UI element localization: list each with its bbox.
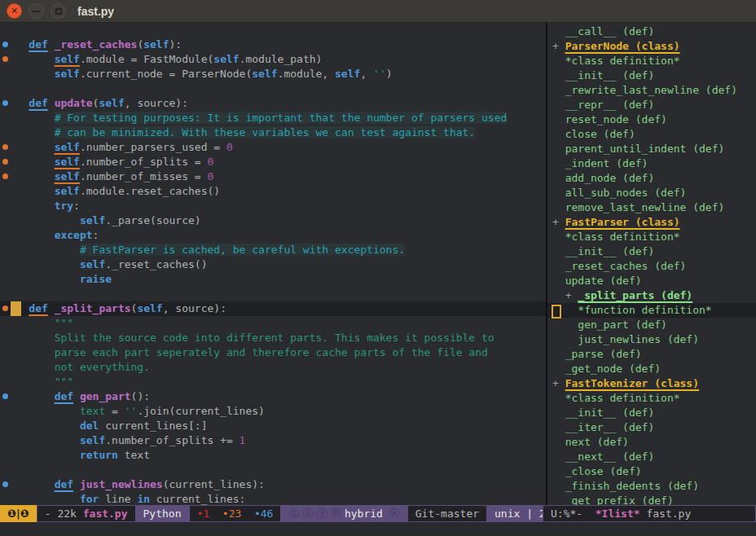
code-line-current[interactable]: def _split_parts(self, source): — [0, 301, 546, 316]
outline-item[interactable]: + FastParser (class) — [547, 215, 756, 230]
text-token: - 22k — [45, 507, 83, 520]
text-token: unix | 2 — [494, 507, 543, 520]
outline-item[interactable]: __iter__ (def) — [547, 420, 756, 435]
text-token: current_lines: — [150, 493, 245, 505]
minimize-icon — [33, 11, 40, 12]
outline-item[interactable]: *class definition* — [547, 230, 756, 244]
minor-modes-segment[interactable]: ⓢ ⓐ ⓨ ⓟ hybrid Ⓚ — [281, 505, 407, 522]
text-token — [3, 332, 55, 344]
minimize-button[interactable] — [29, 3, 44, 19]
code-line[interactable]: self._reset_caches() — [0, 257, 546, 272]
git-branch-segment[interactable]: Git-master — [407, 505, 487, 522]
outline-item[interactable]: just_newlines (def) — [547, 332, 756, 347]
text-token: _indent (def) — [552, 157, 648, 169]
outline-item[interactable]: _close (def) — [547, 464, 756, 479]
outline-item[interactable]: _reset_caches (def) — [547, 259, 756, 274]
code-line[interactable]: parse each part seperately and therefore… — [0, 345, 546, 360]
code-line[interactable]: def update(self, source): — [0, 96, 546, 111]
outline-item[interactable]: gen_part (def) — [547, 318, 756, 332]
code-line[interactable]: try: — [0, 199, 546, 213]
code-line[interactable]: # For testing purposes: It is important … — [0, 111, 546, 125]
code-line[interactable]: self._parse(source) — [0, 213, 546, 228]
outline-item[interactable]: _indent (def) — [547, 156, 756, 171]
code-line[interactable]: self.module = FastModule(self.module_pat… — [0, 52, 546, 67]
code-line[interactable]: def gen_part(): — [0, 389, 546, 404]
outline-item[interactable]: remove_last_newline (def) — [547, 200, 756, 215]
text-token: self — [137, 302, 162, 314]
code-line[interactable]: # FastParser is cached, be careful with … — [0, 243, 546, 257]
code-line[interactable]: """ — [0, 375, 546, 389]
code-line[interactable] — [0, 81, 546, 96]
code-line[interactable]: def _reset_caches(self): — [0, 37, 546, 52]
outline-item[interactable]: __next__ (def) — [547, 450, 756, 464]
code-line[interactable] — [0, 23, 546, 37]
code-line[interactable]: not everything. — [0, 360, 546, 375]
code-line[interactable]: except: — [0, 228, 546, 243]
outline-item[interactable]: *function definition* — [547, 303, 756, 318]
code-line[interactable] — [0, 287, 546, 301]
imenu-outline-pane[interactable]: __call__ (def)+ ParserNode (class) *clas… — [547, 23, 756, 505]
outline-item[interactable]: _parse (def) — [547, 347, 756, 362]
text-token: _finish_dedents (def) — [552, 480, 699, 492]
code-line[interactable]: self.number_of_splits += 1 — [0, 433, 546, 448]
outline-item[interactable]: _get_node (def) — [547, 362, 756, 376]
text-token: self — [99, 97, 124, 109]
outline-item[interactable]: + _split_parts (def) — [547, 288, 756, 303]
text-token: gen_part — [80, 390, 131, 402]
code-editor-pane[interactable]: def _reset_caches(self): self.module = F… — [0, 23, 546, 505]
outline-item[interactable]: next (def) — [547, 435, 756, 450]
code-line[interactable]: # can be minimized. With these variables… — [0, 125, 546, 140]
outline-item[interactable]: _rewrite_last_newline (def) — [547, 83, 756, 98]
outline-item[interactable]: close (def) — [547, 127, 756, 142]
outline-item[interactable]: __init__ (def) — [547, 68, 756, 83]
code-line[interactable]: text = ''.join(current_lines) — [0, 404, 546, 419]
text-token: *class definition* — [552, 392, 680, 404]
code-line[interactable]: del current_lines[:] — [0, 419, 546, 433]
outline-item[interactable]: + FastTokenizer (class) — [547, 376, 756, 391]
text-token: Git-master — [415, 507, 479, 520]
fringe-orange-dot-icon — [2, 56, 8, 62]
outline-item[interactable]: add_node (def) — [547, 171, 756, 186]
code-line[interactable]: self.module.reset_caches() — [0, 184, 546, 199]
code-line[interactable]: raise — [0, 272, 546, 287]
code-line[interactable]: self.current_node = ParserNode(self.modu… — [0, 67, 546, 81]
outline-item[interactable]: all_sub_nodes (def) — [547, 186, 756, 200]
outline-item[interactable]: parent_until_indent (def) — [547, 142, 756, 156]
code-line[interactable]: self.number_parsers_used = 0 — [0, 140, 546, 155]
code-line[interactable]: self.number_of_misses = 0 — [0, 169, 546, 184]
text-token — [3, 361, 55, 373]
code-line[interactable]: def just_newlines(current_lines): — [0, 477, 546, 492]
flycheck-counts-segment[interactable]: •1 •23 •46 — [189, 505, 282, 522]
code-line[interactable]: """ — [0, 316, 546, 331]
encoding-segment[interactable]: unix | 2 — [487, 505, 543, 522]
outline-item[interactable]: _get_prefix (def) — [547, 494, 756, 505]
text-token — [48, 38, 55, 51]
code-line[interactable]: return text — [0, 448, 546, 463]
close-icon: ✕ — [11, 6, 18, 16]
outline-item[interactable]: + ParserNode (class) — [547, 39, 756, 54]
buffer-info-segment[interactable]: - 22k fast.py — [37, 505, 136, 522]
window-number-segment[interactable]: ❶|❶ — [0, 505, 37, 522]
text-token — [3, 449, 80, 461]
close-button[interactable]: ✕ — [7, 3, 22, 19]
outline-item[interactable]: *class definition* — [547, 391, 756, 406]
outline-item[interactable]: __call__ (def) — [547, 24, 756, 39]
outline-item[interactable]: _finish_dedents (def) — [547, 479, 756, 494]
major-mode-segment[interactable]: Python — [136, 505, 189, 522]
text-token — [3, 126, 55, 138]
text-token: _split_parts — [55, 302, 131, 314]
outline-item[interactable]: __init__ (def) — [547, 244, 756, 259]
outline-item[interactable]: reset_node (def) — [547, 112, 756, 127]
ilist-buffer-segment[interactable]: U:%*- *Ilist* fast.py — [543, 505, 756, 522]
outline-item[interactable]: __init__ (def) — [547, 406, 756, 420]
outline-item[interactable]: update (def) — [547, 274, 756, 288]
code-line[interactable]: self.number_of_splits = 0 — [0, 155, 546, 169]
code-line[interactable] — [0, 463, 546, 477]
code-line[interactable]: for line in current_lines: — [0, 492, 546, 505]
code-line[interactable]: Split the source code into different par… — [0, 331, 546, 345]
text-token: Split the source code into different par… — [55, 332, 494, 344]
outline-item[interactable]: *class definition* — [547, 54, 756, 68]
maximize-button[interactable] — [51, 3, 66, 19]
outline-item[interactable]: __repr__ (def) — [547, 98, 756, 112]
text-token: just_newlines — [80, 478, 163, 490]
